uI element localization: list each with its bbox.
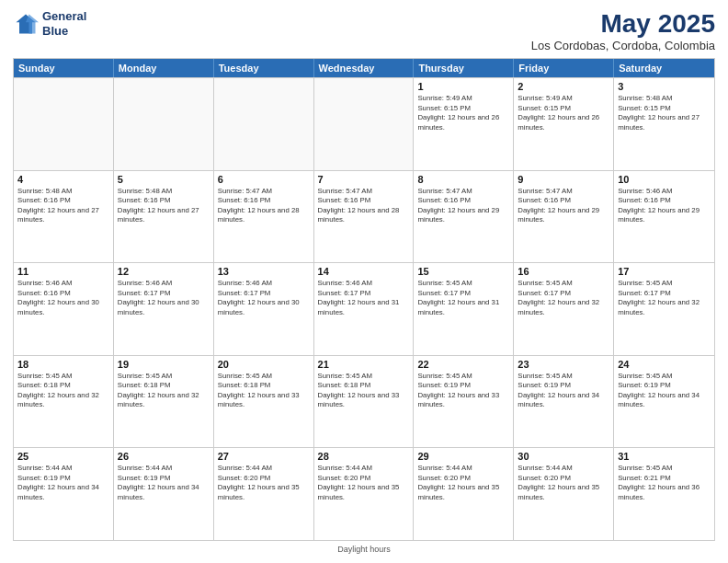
cell-info: Sunrise: 5:46 AMSunset: 6:17 PMDaylight:… (118, 279, 210, 317)
cal-cell: 3Sunrise: 5:48 AMSunset: 6:15 PMDaylight… (614, 78, 714, 170)
cell-info: Sunrise: 5:46 AMSunset: 6:16 PMDaylight:… (618, 187, 711, 225)
cell-info: Sunrise: 5:48 AMSunset: 6:16 PMDaylight:… (17, 187, 109, 225)
cal-header-cell-sunday: Sunday (14, 59, 114, 77)
cell-info: Sunrise: 5:44 AMSunset: 6:20 PMDaylight:… (417, 464, 509, 502)
cal-cell: 26Sunrise: 5:44 AMSunset: 6:19 PMDayligh… (114, 448, 214, 540)
main-title: May 2025 (531, 9, 715, 39)
cell-info: Sunrise: 5:46 AMSunset: 6:17 PMDaylight:… (218, 279, 310, 317)
cal-cell: 4Sunrise: 5:48 AMSunset: 6:16 PMDaylight… (14, 171, 114, 263)
day-number: 8 (417, 174, 509, 185)
day-number: 13 (218, 266, 310, 277)
cell-info: Sunrise: 5:45 AMSunset: 6:19 PMDaylight:… (518, 372, 609, 410)
logo: General Blue (13, 9, 86, 38)
cal-cell: 20Sunrise: 5:45 AMSunset: 6:18 PMDayligh… (214, 356, 314, 448)
calendar-body: 1Sunrise: 5:49 AMSunset: 6:15 PMDaylight… (14, 77, 714, 540)
cal-cell: 8Sunrise: 5:47 AMSunset: 6:16 PMDaylight… (414, 171, 514, 263)
cal-cell: 21Sunrise: 5:45 AMSunset: 6:18 PMDayligh… (314, 356, 415, 448)
day-number: 10 (618, 174, 711, 185)
cal-cell: 13Sunrise: 5:46 AMSunset: 6:17 PMDayligh… (214, 263, 314, 355)
cell-info: Sunrise: 5:45 AMSunset: 6:19 PMDaylight:… (618, 372, 711, 410)
day-number: 23 (518, 359, 609, 370)
day-number: 27 (218, 451, 310, 462)
cal-cell (314, 78, 415, 170)
cal-cell: 23Sunrise: 5:45 AMSunset: 6:19 PMDayligh… (514, 356, 614, 448)
calendar-header: SundayMondayTuesdayWednesdayThursdayFrid… (14, 59, 714, 77)
day-number: 24 (618, 359, 711, 370)
title-block: May 2025 Los Cordobas, Cordoba, Colombia (531, 9, 715, 52)
cell-info: Sunrise: 5:44 AMSunset: 6:20 PMDaylight:… (318, 464, 410, 502)
day-number: 17 (618, 266, 711, 277)
cell-info: Sunrise: 5:47 AMSunset: 6:16 PMDaylight:… (318, 187, 410, 225)
cell-info: Sunrise: 5:45 AMSunset: 6:18 PMDaylight:… (218, 372, 310, 410)
cal-cell: 9Sunrise: 5:47 AMSunset: 6:16 PMDaylight… (514, 171, 614, 263)
cal-row-2: 11Sunrise: 5:46 AMSunset: 6:16 PMDayligh… (14, 262, 714, 355)
logo-text: General Blue (42, 9, 86, 38)
day-number: 29 (417, 451, 509, 462)
cell-info: Sunrise: 5:47 AMSunset: 6:16 PMDaylight:… (518, 187, 609, 225)
cell-info: Sunrise: 5:45 AMSunset: 6:18 PMDaylight:… (318, 372, 410, 410)
day-number: 22 (417, 359, 509, 370)
cal-row-1: 4Sunrise: 5:48 AMSunset: 6:16 PMDaylight… (14, 170, 714, 263)
cell-info: Sunrise: 5:46 AMSunset: 6:16 PMDaylight:… (17, 279, 109, 317)
cal-header-cell-thursday: Thursday (414, 59, 514, 77)
cal-cell: 19Sunrise: 5:45 AMSunset: 6:18 PMDayligh… (114, 356, 214, 448)
cal-cell (114, 78, 214, 170)
cal-header-cell-wednesday: Wednesday (314, 59, 415, 77)
cell-info: Sunrise: 5:44 AMSunset: 6:19 PMDaylight:… (118, 464, 210, 502)
cal-cell: 14Sunrise: 5:46 AMSunset: 6:17 PMDayligh… (314, 263, 415, 355)
cal-cell: 11Sunrise: 5:46 AMSunset: 6:16 PMDayligh… (14, 263, 114, 355)
cal-header-cell-monday: Monday (114, 59, 214, 77)
cal-cell: 1Sunrise: 5:49 AMSunset: 6:15 PMDaylight… (414, 78, 514, 170)
cell-info: Sunrise: 5:48 AMSunset: 6:15 PMDaylight:… (618, 94, 711, 132)
cal-cell: 10Sunrise: 5:46 AMSunset: 6:16 PMDayligh… (614, 171, 714, 263)
day-number: 3 (618, 81, 711, 92)
cal-cell (14, 78, 114, 170)
cell-info: Sunrise: 5:46 AMSunset: 6:17 PMDaylight:… (318, 279, 410, 317)
day-number: 7 (318, 174, 410, 185)
subtitle: Los Cordobas, Cordoba, Colombia (531, 39, 715, 52)
cell-info: Sunrise: 5:49 AMSunset: 6:15 PMDaylight:… (417, 94, 509, 132)
day-number: 19 (118, 359, 210, 370)
cell-info: Sunrise: 5:49 AMSunset: 6:15 PMDaylight:… (518, 94, 609, 132)
cell-info: Sunrise: 5:45 AMSunset: 6:21 PMDaylight:… (618, 464, 711, 502)
cal-cell: 12Sunrise: 5:46 AMSunset: 6:17 PMDayligh… (114, 263, 214, 355)
cell-info: Sunrise: 5:47 AMSunset: 6:16 PMDaylight:… (218, 187, 310, 225)
cal-cell: 25Sunrise: 5:44 AMSunset: 6:19 PMDayligh… (14, 448, 114, 540)
day-number: 4 (17, 174, 109, 185)
page: General Blue May 2025 Los Cordobas, Cord… (0, 0, 728, 563)
cell-info: Sunrise: 5:45 AMSunset: 6:17 PMDaylight:… (417, 279, 509, 317)
cal-row-4: 25Sunrise: 5:44 AMSunset: 6:19 PMDayligh… (14, 447, 714, 540)
cal-row-3: 18Sunrise: 5:45 AMSunset: 6:18 PMDayligh… (14, 355, 714, 448)
cal-cell: 6Sunrise: 5:47 AMSunset: 6:16 PMDaylight… (214, 171, 314, 263)
logo-icon (13, 11, 39, 37)
day-number: 2 (518, 81, 609, 92)
cal-cell: 7Sunrise: 5:47 AMSunset: 6:16 PMDaylight… (314, 171, 415, 263)
cal-cell: 24Sunrise: 5:45 AMSunset: 6:19 PMDayligh… (614, 356, 714, 448)
cal-cell: 5Sunrise: 5:48 AMSunset: 6:16 PMDaylight… (114, 171, 214, 263)
cal-cell: 31Sunrise: 5:45 AMSunset: 6:21 PMDayligh… (614, 448, 714, 540)
cal-header-cell-tuesday: Tuesday (214, 59, 314, 77)
day-number: 14 (318, 266, 410, 277)
cal-cell: 22Sunrise: 5:45 AMSunset: 6:19 PMDayligh… (414, 356, 514, 448)
cal-cell: 18Sunrise: 5:45 AMSunset: 6:18 PMDayligh… (14, 356, 114, 448)
cal-header-cell-saturday: Saturday (614, 59, 714, 77)
cal-cell: 17Sunrise: 5:45 AMSunset: 6:17 PMDayligh… (614, 263, 714, 355)
day-number: 9 (518, 174, 609, 185)
cal-cell: 2Sunrise: 5:49 AMSunset: 6:15 PMDaylight… (514, 78, 614, 170)
cal-cell: 27Sunrise: 5:44 AMSunset: 6:20 PMDayligh… (214, 448, 314, 540)
cell-info: Sunrise: 5:47 AMSunset: 6:16 PMDaylight:… (417, 187, 509, 225)
day-number: 15 (417, 266, 509, 277)
cell-info: Sunrise: 5:44 AMSunset: 6:19 PMDaylight:… (17, 464, 109, 502)
cal-cell: 28Sunrise: 5:44 AMSunset: 6:20 PMDayligh… (314, 448, 415, 540)
cell-info: Sunrise: 5:48 AMSunset: 6:16 PMDaylight:… (118, 187, 210, 225)
header: General Blue May 2025 Los Cordobas, Cord… (13, 9, 715, 52)
day-number: 21 (318, 359, 410, 370)
cal-header-cell-friday: Friday (514, 59, 614, 77)
day-number: 5 (118, 174, 210, 185)
cell-info: Sunrise: 5:44 AMSunset: 6:20 PMDaylight:… (518, 464, 609, 502)
cal-cell: 15Sunrise: 5:45 AMSunset: 6:17 PMDayligh… (414, 263, 514, 355)
day-number: 1 (417, 81, 509, 92)
day-number: 25 (17, 451, 109, 462)
day-number: 28 (318, 451, 410, 462)
day-number: 31 (618, 451, 711, 462)
